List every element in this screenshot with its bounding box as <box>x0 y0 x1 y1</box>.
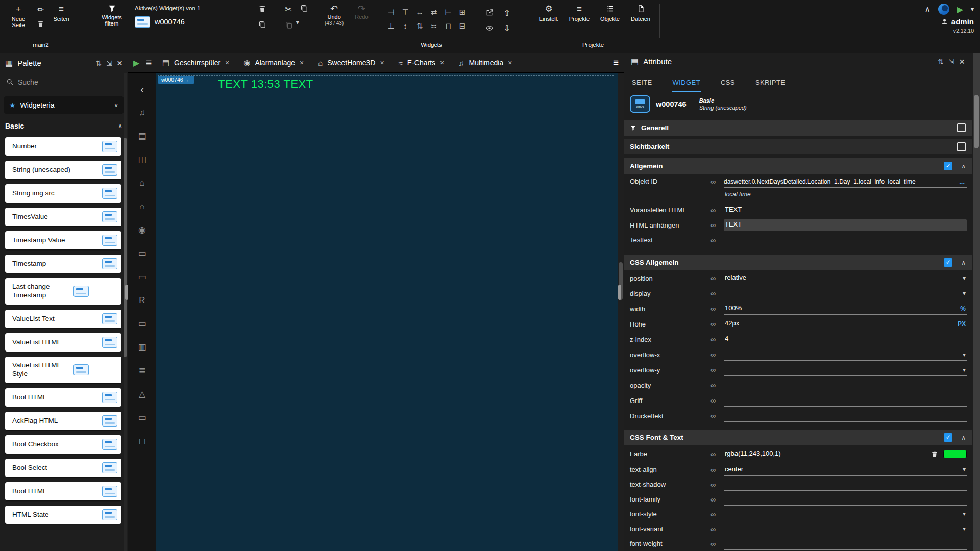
griff-input[interactable] <box>724 396 967 405</box>
link-icon[interactable]: ∞ <box>710 466 724 474</box>
view-shortcut-icon[interactable]: ▤ <box>138 131 146 141</box>
copy-icon[interactable] <box>300 4 308 15</box>
chevron-up-icon[interactable]: ∧ <box>961 163 966 170</box>
canvas-scrollbar[interactable] <box>618 73 624 551</box>
testtext-input[interactable] <box>724 236 967 244</box>
palette-item[interactable]: AckFlag HTML <box>5 412 121 430</box>
font-weight-input[interactable] <box>724 539 967 548</box>
delete-page-icon[interactable] <box>37 19 44 28</box>
edit-page-icon[interactable]: ✏ <box>37 5 44 14</box>
same-width-icon[interactable]: ⊞ <box>455 5 470 19</box>
attributes-splitter-handle[interactable] <box>618 285 621 300</box>
link-icon[interactable]: ∞ <box>710 366 724 374</box>
palette-item[interactable]: Last change Timestamp <box>5 278 121 305</box>
tab-seite[interactable]: SEITE <box>631 79 653 92</box>
overflow-y-input[interactable] <box>724 365 967 374</box>
pages-menu-button[interactable]: ≡ Seiten <box>50 4 73 28</box>
open-in-new-icon[interactable] <box>481 5 498 20</box>
palette-item[interactable]: Timestamp <box>5 255 121 273</box>
close-icon[interactable]: × <box>959 56 965 67</box>
view-shortcut-icon[interactable]: ▥ <box>138 342 146 353</box>
link-icon[interactable]: ∞ <box>710 450 724 458</box>
settings-button[interactable]: ⚙ Einstell. <box>534 4 563 22</box>
attributes-scrollbar[interactable] <box>973 53 980 551</box>
color-swatch[interactable] <box>943 450 967 458</box>
scrollbar-thumb[interactable] <box>124 138 127 357</box>
section-checkbox[interactable]: ✓ <box>944 433 952 442</box>
palette-item[interactable]: Bool HTML <box>5 388 121 407</box>
section-checkbox[interactable] <box>957 142 966 151</box>
palette-item[interactable]: ValueList HTML <box>5 333 121 352</box>
run-preview-icon[interactable]: ▶ <box>957 5 963 14</box>
caret-down-icon[interactable]: ▾ <box>963 466 966 473</box>
align-top-icon[interactable]: ⊤ <box>398 5 412 19</box>
unfold-icon[interactable]: ⇅ <box>95 59 102 67</box>
close-tab-icon[interactable]: × <box>440 59 444 67</box>
section-allgemein[interactable]: Allgemein ✓ ∧ <box>624 158 972 174</box>
redo-button[interactable]: ↷ Redo <box>355 4 368 26</box>
section-css-font[interactable]: CSS Font & Text ✓ ∧ <box>624 430 972 445</box>
link-icon[interactable]: ∞ <box>710 540 724 548</box>
view-tab[interactable]: ≈ E-Charts × <box>395 53 449 72</box>
palette-item[interactable]: Bool Checkbox <box>5 435 121 454</box>
export-widgets-icon[interactable]: ⇧ <box>498 5 516 20</box>
add-page-button[interactable]: + Neue Seite <box>5 4 32 28</box>
section-checkbox[interactable]: ✓ <box>944 162 952 170</box>
preview-eye-icon[interactable] <box>481 20 498 36</box>
view-tab[interactable]: ▤ Geschirrspüler × <box>158 53 233 72</box>
link-icon[interactable]: ∞ <box>710 525 724 533</box>
clone-widget-icon[interactable] <box>258 20 266 29</box>
section-generell[interactable]: Generell <box>624 120 972 136</box>
view-shortcut-icon[interactable]: ◫ <box>138 155 146 165</box>
text-align-input[interactable] <box>724 465 967 474</box>
width-input[interactable] <box>724 304 967 313</box>
palette-item[interactable]: Number <box>5 137 121 156</box>
link-icon[interactable]: ∞ <box>710 350 724 359</box>
caret-down-icon[interactable]: ▾ <box>963 366 966 373</box>
scrollbar-thumb[interactable] <box>974 95 979 148</box>
caret-down-icon[interactable]: ▾ <box>963 274 966 282</box>
link-icon[interactable]: ∞ <box>710 236 724 244</box>
align-left-icon[interactable]: ⊣ <box>384 5 398 19</box>
palette-splitter-handle[interactable] <box>125 285 128 300</box>
collapse-toolbar-icon[interactable]: ∧ <box>925 5 930 14</box>
paste-icon[interactable] <box>285 21 293 29</box>
unit-toggle[interactable]: % <box>960 305 966 312</box>
caret-down-icon[interactable]: ▾ <box>963 351 966 358</box>
undo-button[interactable]: ↶ Undo (43 / 43) <box>325 4 344 26</box>
align-right-icon[interactable]: ⊢ <box>441 5 455 19</box>
collapse-strip-icon[interactable]: ‹ <box>140 84 144 94</box>
play-icon[interactable]: ▶ <box>133 58 139 68</box>
view-tab[interactable]: ⌂ SweetHome3D × <box>314 53 388 72</box>
font-style-input[interactable] <box>724 510 967 518</box>
cut-icon[interactable]: ✂ <box>285 4 292 15</box>
view-shortcut-icon[interactable]: ▭ <box>138 319 146 329</box>
unit-toggle[interactable]: PX <box>958 320 966 328</box>
link-icon[interactable]: ∞ <box>710 305 724 313</box>
view-tab[interactable]: ♫ Multimedia × <box>454 53 516 72</box>
link-icon[interactable]: ∞ <box>710 176 724 188</box>
import-widgets-icon[interactable]: ⇩ <box>498 20 516 36</box>
distribute-vertical-icon[interactable]: ⇅ <box>412 19 427 33</box>
unfold-icon[interactable]: ⇅ <box>938 58 944 66</box>
same-height-icon[interactable]: ⊓ <box>441 19 455 33</box>
view-canvas[interactable]: w000746 ← TEXT 13:53 TEXT <box>156 73 618 551</box>
link-icon[interactable]: ∞ <box>710 335 724 343</box>
link-icon[interactable]: ∞ <box>710 510 724 518</box>
palette-item[interactable]: String img src <box>5 184 121 203</box>
clear-color-icon[interactable] <box>931 450 938 458</box>
palette-item[interactable]: Bool Select <box>5 459 121 477</box>
distribute-horizontal-icon[interactable]: ⇄ <box>427 5 441 19</box>
center-horizontal-icon[interactable]: ↔ <box>412 5 427 19</box>
link-icon[interactable]: ∞ <box>710 396 724 405</box>
druckeffekt-input[interactable] <box>724 411 967 420</box>
tab-css[interactable]: CSS <box>720 79 736 92</box>
z-index-input[interactable] <box>724 335 967 343</box>
section-css-allgemein[interactable]: CSS Allgemein ✓ ∧ <box>624 255 972 270</box>
palette-scrollbar[interactable] <box>124 73 127 551</box>
font-family-input[interactable] <box>724 495 967 504</box>
view-shortcut-icon[interactable]: ▭ <box>138 272 146 282</box>
view-shortcut-icon[interactable]: ♫ <box>139 108 145 118</box>
canvas-widget-text[interactable]: TEXT 13:53 TEXT <box>158 78 374 91</box>
search-input[interactable] <box>18 78 121 86</box>
